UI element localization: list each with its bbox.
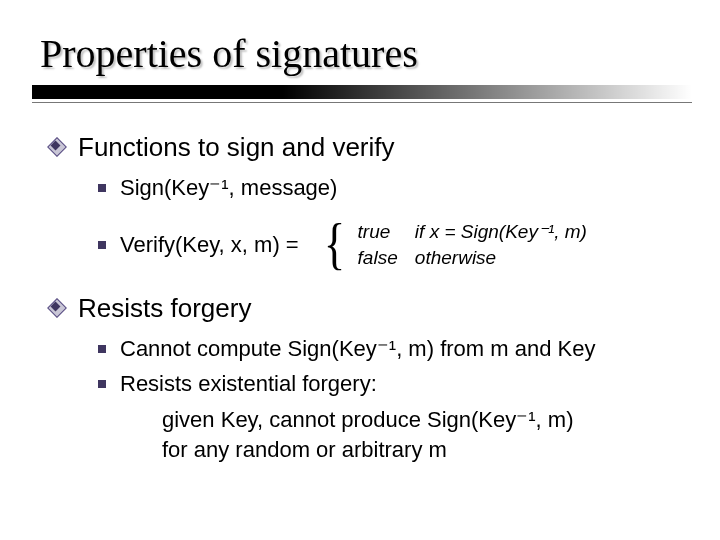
case-false-cond: otherwise [415,247,496,268]
case-true-label: true [358,219,410,245]
verify-lhs: Verify(Key, x, m) = [120,232,299,258]
underline-light [32,102,692,103]
case-false: false otherwise [358,245,587,271]
existential-heading: Resists existential forgery: [120,370,377,398]
bullet-verify: Verify(Key, x, m) = { true if x = Sign(K… [98,219,690,270]
existential-line1: given Key, cannot produce Sign(Key⁻¹, m) [162,406,690,435]
verify-cases: true if x = Sign(Key⁻¹, m) false otherwi… [358,219,587,270]
brace-icon: { [323,219,345,269]
square-icon [98,345,106,353]
square-icon [98,380,106,388]
sign-text: Sign(Key⁻¹, message) [120,174,337,202]
verify-left: Verify(Key, x, m) = [98,232,299,258]
bullet-functions: Functions to sign and verify [50,131,690,164]
case-true: true if x = Sign(Key⁻¹, m) [358,219,587,245]
slide: Properties of signatures Functions to si… [0,0,720,540]
bullet-existential: Resists existential forgery: [98,370,690,398]
bullet-cannot-compute: Cannot compute Sign(Key⁻¹, m) from m and… [98,335,690,363]
resists-heading: Resists forgery [78,292,251,325]
title-underline [32,85,692,103]
functions-heading: Functions to sign and verify [78,131,395,164]
bullet-resists: Resists forgery [50,292,690,325]
bullet-sign: Sign(Key⁻¹, message) [98,174,690,202]
case-true-cond: if x = Sign(Key⁻¹, m) [415,221,587,242]
cannot-compute-text: Cannot compute Sign(Key⁻¹, m) from m and… [120,335,595,363]
diamond-icon [50,301,64,315]
slide-title: Properties of signatures [40,30,690,77]
square-icon [98,241,106,249]
case-false-label: false [358,245,410,271]
square-icon [98,184,106,192]
underline-dark [32,85,692,99]
existential-line2: for any random or arbitrary m [162,436,690,465]
diamond-icon [50,140,64,154]
